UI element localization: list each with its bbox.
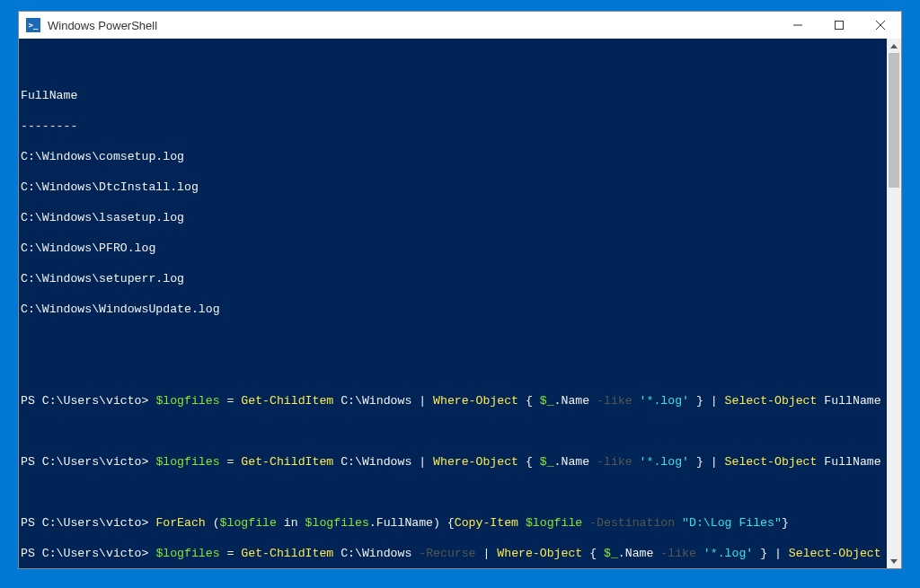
output-header: FullName	[21, 88, 885, 103]
window-title: Windows PowerShell	[48, 19, 777, 32]
titlebar[interactable]: >_ Windows PowerShell	[19, 12, 901, 39]
output-file: C:\Windows\setuperr.log	[21, 271, 885, 286]
output-file: C:\Windows\comsetup.log	[21, 149, 885, 164]
svg-marker-5	[890, 559, 898, 564]
content-area: FullName -------- C:\Windows\comsetup.lo…	[19, 39, 901, 568]
scroll-down-button[interactable]	[887, 554, 901, 568]
scroll-up-button[interactable]	[887, 39, 901, 53]
vertical-scrollbar[interactable]	[887, 39, 901, 568]
command-line: PS C:\Users\victo> ForEach ($logfile in …	[21, 515, 885, 531]
close-button[interactable]	[860, 12, 901, 39]
maximize-button[interactable]	[818, 12, 860, 39]
output-file: C:\Windows\PFRO.log	[21, 241, 885, 256]
output-file: C:\Windows\lsasetup.log	[21, 210, 885, 225]
output-file: C:\Windows\WindowsUpdate.log	[21, 302, 885, 317]
command-line: PS C:\Users\victo> $logfiles = Get-Child…	[21, 454, 885, 470]
svg-marker-4	[890, 44, 898, 48]
window-controls	[777, 12, 901, 39]
powershell-icon: >_	[26, 18, 40, 32]
output-file: C:\Windows\DtcInstall.log	[21, 180, 885, 195]
svg-rect-1	[836, 22, 844, 30]
console-output[interactable]: FullName -------- C:\Windows\comsetup.lo…	[19, 39, 887, 568]
scrollbar-thumb[interactable]	[889, 53, 899, 188]
minimize-button[interactable]	[777, 12, 818, 39]
output-separator: --------	[21, 118, 885, 134]
command-line: PS C:\Users\victo> $logfiles = Get-Child…	[21, 393, 885, 408]
powershell-window: >_ Windows PowerShell FullName -------- …	[18, 11, 902, 569]
command-line: PS C:\Users\victo> $logfiles = Get-Child…	[21, 546, 885, 561]
